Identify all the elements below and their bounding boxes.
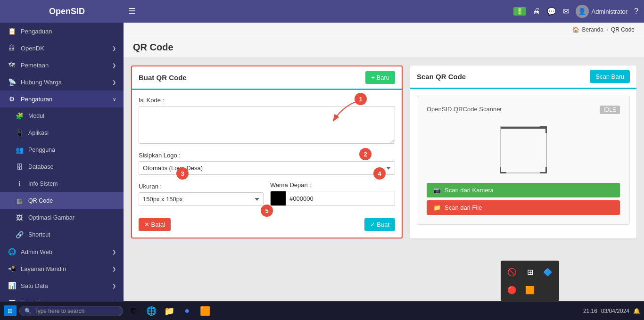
ukuran-select[interactable]: 150px x 150px 200px x 200px 300px x 300p… (139, 192, 264, 206)
new-button[interactable]: + Baru (365, 71, 395, 84)
sidebar-item-info-sistem[interactable]: ℹ Info Sistem (0, 175, 124, 192)
sidebar-item-opendk[interactable]: 🏛 OpenDK ❯ (0, 40, 124, 57)
hamburger-button[interactable]: ☰ (128, 6, 136, 16)
admin-web-icon: 🌐 (8, 248, 16, 255)
sidebar-label-satu-data: Satu Data (21, 282, 48, 289)
header-icons: 🔋 🖨 💬 ✉ 👤 Administrator ? (513, 5, 638, 18)
corner-br (540, 167, 547, 173)
optimasi-icon: 🖼 (15, 214, 24, 222)
warna-depan-label: Warna Depan : (270, 181, 395, 189)
sidebar: 📋 Pengaduan 🏛 OpenDK ❯ 🗺 Pemetaan ❯ 📡 Hu… (0, 23, 124, 301)
satu-data-icon: 📊 (8, 282, 16, 289)
breadcrumb-current: QR Code (611, 26, 635, 33)
sidebar-item-modul[interactable]: 🧩 Modul (0, 107, 124, 124)
sisipkan-logo-select[interactable]: Otomatis (Logo Desa) Tanpa Logo Upload L… (139, 161, 395, 175)
help-icon[interactable]: ? (634, 7, 638, 16)
sidebar-item-pengaduan[interactable]: 📋 Pengaduan (0, 23, 124, 40)
taskbar-app-browser[interactable]: 🌐 (144, 304, 159, 319)
ukuran-label: Ukuran : (139, 183, 264, 190)
sidebar-label-layanan-mandiri: Layanan Mandiri (21, 265, 66, 272)
scan-file-label: Scan dari File (445, 204, 482, 211)
sidebar-item-satu-data[interactable]: 📊 Satu Data ❯ (0, 277, 124, 294)
isi-kode-group: Isi Kode : (139, 97, 395, 145)
sidebar-item-pengguna[interactable]: 👥 Pengguna (0, 141, 124, 158)
ukuran-group: Ukuran : 150px x 150px 200px x 200px 300… (139, 183, 264, 206)
warna-depan-group: Warna Depan : (270, 181, 395, 206)
sidebar-item-pengaturan[interactable]: ⚙ Pengaturan ∨ (0, 90, 124, 107)
sidebar-item-layanan-mandiri[interactable]: 📲 Layanan Mandiri ❯ (0, 260, 124, 277)
system-tray-popup: 🚫 ⊞ 🔷 🔴 🟧 (501, 261, 559, 301)
sidebar-label-hubung-warga: Hubung Warga (21, 79, 62, 86)
idle-badge: IDLE (600, 106, 620, 114)
qr-form-header: Buat QR Code + Baru (132, 66, 402, 90)
pemetaan-icon: 🗺 (8, 61, 16, 69)
sidebar-item-database[interactable]: 🗄 Database (0, 158, 124, 175)
tray-icon-orange1[interactable]: 🟧 (522, 282, 537, 297)
scan-camera-button[interactable]: 📷 Scan dari Kamera (427, 183, 620, 197)
sidebar-label-admin-web: Admin Web (21, 248, 52, 255)
sidebar-item-optimasi-gambar[interactable]: 🖼 Optimasi Gambar (0, 209, 124, 226)
isi-kode-input[interactable] (139, 106, 395, 144)
scan-camera-label: Scan dari Kamera (445, 187, 494, 194)
sidebar-item-admin-web[interactable]: 🌐 Admin Web ❯ (0, 243, 124, 260)
admin-menu[interactable]: 👤 Administrator (576, 5, 628, 18)
sidebar-item-shortcut[interactable]: 🔗 Shortcut (0, 226, 124, 243)
color-text-input[interactable] (286, 193, 395, 205)
app-logo: OpenSID (6, 7, 128, 16)
cancel-button[interactable]: ✕ Batal (139, 218, 171, 231)
search-placeholder: Type here to search (34, 308, 84, 314)
breadcrumb-separator: › (606, 26, 608, 33)
scan-card: Scan QR Code Scan Baru OpenSID QRCode Sc… (410, 66, 636, 238)
tray-icon-signal[interactable]: 🚫 (504, 264, 520, 279)
tray-icon-red1[interactable]: 🔴 (504, 282, 520, 297)
scan-card-title: Scan QR Code (417, 73, 466, 81)
scan-card-header: Scan QR Code Scan Baru (410, 66, 636, 89)
sidebar-item-buku-tamu[interactable]: 📖 Buku Tamu ❯ (0, 294, 124, 301)
card-actions: ✕ Batal 5 ✓ Buat (139, 218, 395, 231)
main-layout: 📋 Pengaduan 🏛 OpenDK ❯ 🗺 Pemetaan ❯ 📡 Hu… (0, 23, 644, 301)
breadcrumb: 🏠 Beranda › QR Code (124, 23, 644, 37)
color-swatch[interactable] (271, 191, 286, 205)
layanan-icon: 📲 (8, 265, 16, 272)
corner-tr (540, 126, 547, 133)
sidebar-item-qr-code[interactable]: ▦ QR Code (0, 192, 124, 209)
notification-icon[interactable]: 🔔 (633, 308, 640, 314)
home-icon[interactable]: 🏠 (572, 26, 579, 33)
print-icon[interactable]: 🖨 (533, 7, 540, 16)
tray-icon-grid[interactable]: ⊞ (522, 264, 537, 279)
sidebar-item-aplikasi[interactable]: 📱 Aplikasi (0, 124, 124, 141)
sisipkan-logo-group: Sisipkan Logo : Otomatis (Logo Desa) Tan… (139, 152, 395, 175)
scanner-label: OpenSID QRCode Scanner (427, 106, 502, 114)
aplikasi-icon: 📱 (15, 129, 24, 137)
pengguna-icon: 👥 (15, 146, 24, 154)
mail-icon[interactable]: ✉ (563, 7, 569, 16)
sidebar-label-modul: Modul (28, 113, 44, 119)
scanner-viewport (500, 126, 547, 173)
buat-button[interactable]: ✓ Buat (364, 218, 395, 231)
taskbar: ⊞ 🔍 Type here to search ⧉ 🌐 📁 ● 🟧 21:16 … (0, 301, 644, 320)
sidebar-item-hubung-warga[interactable]: 📡 Hubung Warga ❯ (0, 74, 124, 90)
taskbar-app-chrome[interactable]: ● (180, 304, 195, 319)
start-button[interactable]: ⊞ (4, 305, 17, 316)
search-bar[interactable]: 🔍 Type here to search (19, 306, 123, 316)
scan-baru-button[interactable]: Scan Baru (590, 70, 630, 83)
content-area: 🏠 Beranda › QR Code QR Code Buat QR Code… (124, 23, 644, 301)
scan-card-body: OpenSID QRCode Scanner IDLE 📷 Scan dari … (410, 89, 636, 237)
taskbar-app-explorer[interactable]: 📁 (162, 304, 177, 319)
avatar: 👤 (576, 5, 589, 18)
sidebar-label-aplikasi: Aplikasi (28, 130, 49, 136)
page-content: Buat QR Code + Baru Isi Kode : 1 (124, 58, 644, 246)
taskbar-app-xampp[interactable]: 🟧 (198, 304, 213, 319)
chat-icon[interactable]: 💬 (547, 7, 556, 16)
scan-file-button[interactable]: 📁 Scan dari File (427, 200, 620, 215)
form-row-ukuran-warna: Ukuran : 150px x 150px 200px x 200px 300… (139, 181, 395, 213)
battery-icon: 🔋 (513, 7, 526, 16)
taskbar-time: 21:16 (583, 308, 597, 314)
admin-web-chevron: ❯ (112, 249, 116, 254)
scanner-area: OpenSID QRCode Scanner IDLE 📷 Scan dari … (417, 96, 630, 225)
pengaturan-chevron: ∨ (113, 97, 116, 102)
tray-icon-bluetooth[interactable]: 🔷 (540, 264, 555, 279)
sidebar-item-pemetaan[interactable]: 🗺 Pemetaan ❯ (0, 57, 124, 74)
page-header: QR Code (124, 37, 644, 58)
taskbar-app-task-view[interactable]: ⧉ (126, 304, 141, 319)
